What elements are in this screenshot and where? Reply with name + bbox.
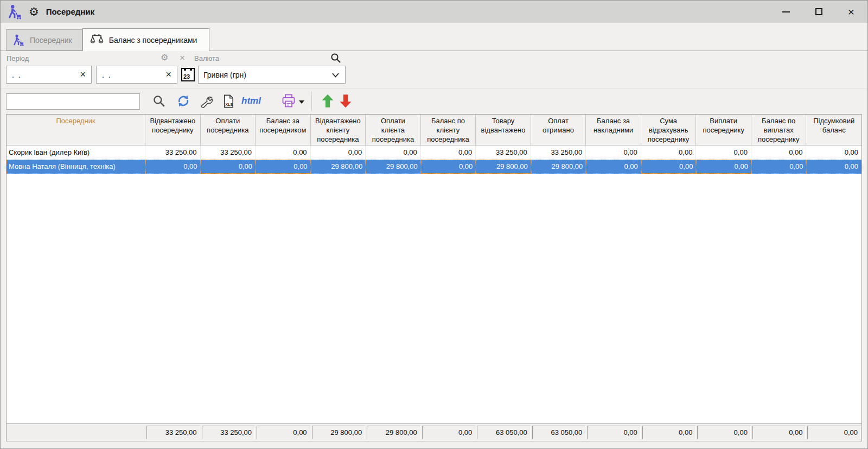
minimize-icon bbox=[782, 11, 790, 12]
tab-balance-with-intermediaries[interactable]: Баланс з посередниками bbox=[82, 28, 210, 51]
column-header[interactable]: Оплати посередника bbox=[201, 115, 256, 145]
tab-strip: Посередник Баланс з посередниками bbox=[1, 23, 867, 51]
table-totals-row: 33 250,00 33 250,00 0,00 29 800,00 29 80… bbox=[7, 423, 861, 441]
clear-date-icon[interactable]: × bbox=[74, 69, 91, 80]
search-icon bbox=[152, 94, 166, 108]
intermediary-person-icon bbox=[12, 34, 25, 47]
search-icon[interactable] bbox=[330, 52, 342, 64]
quick-search-input[interactable] bbox=[6, 93, 140, 110]
print-button[interactable] bbox=[278, 91, 307, 111]
cell[interactable]: 0,00 bbox=[421, 160, 476, 174]
arrow-down-icon bbox=[339, 93, 353, 109]
filter-bar: Період ⚙ × Валюта . . × . . × 23 Гривня … bbox=[1, 51, 867, 88]
total-cell: 33 250,00 bbox=[146, 426, 200, 439]
total-cell: 0,00 bbox=[752, 426, 806, 439]
total-cell: 63 050,00 bbox=[477, 426, 531, 439]
move-down-button[interactable] bbox=[335, 91, 356, 111]
column-header[interactable]: Виплати посереднику bbox=[696, 115, 751, 145]
chevron-down-icon bbox=[331, 72, 340, 78]
tab-intermediary[interactable]: Посередник bbox=[6, 29, 82, 50]
cell[interactable]: 0,00 bbox=[751, 160, 807, 174]
period-clear-icon[interactable]: × bbox=[180, 53, 185, 62]
cell[interactable]: 29 800,00 bbox=[311, 160, 366, 174]
cell[interactable]: 0,00 bbox=[696, 146, 751, 160]
cell[interactable]: 0,00 bbox=[145, 160, 201, 174]
cell[interactable]: 29 800,00 bbox=[531, 160, 586, 174]
cell[interactable]: 0,00 bbox=[366, 146, 421, 160]
cell[interactable]: 0,00 bbox=[421, 146, 476, 160]
cell[interactable]: 0,00 bbox=[696, 160, 751, 174]
column-header[interactable]: Баланс за накладними bbox=[586, 115, 641, 145]
row-name-cell[interactable]: Мовна Наталя (Вінниця, техніка) bbox=[7, 160, 145, 174]
column-header[interactable]: Баланс по виплатах посереднику bbox=[751, 115, 807, 145]
period-label: Період bbox=[7, 54, 29, 62]
settings-button[interactable] bbox=[195, 91, 216, 111]
row-name-cell[interactable]: Скорик Іван (дилер Київ) bbox=[7, 146, 145, 160]
cell[interactable]: 33 250,00 bbox=[531, 146, 586, 160]
cell[interactable]: 0,00 bbox=[806, 160, 861, 174]
window-bottom-strip bbox=[1, 441, 867, 449]
clear-date-icon[interactable]: × bbox=[160, 69, 177, 80]
column-header[interactable]: Товару відвантажено bbox=[476, 115, 531, 145]
column-header-intermediary[interactable]: Посередник bbox=[7, 115, 145, 145]
table-row[interactable]: Скорик Іван (дилер Київ) 33 250,00 33 25… bbox=[7, 146, 861, 160]
title-bar: ⚙ Посередник × bbox=[1, 1, 867, 23]
column-header[interactable]: Сума відрахувань посереднику bbox=[641, 115, 697, 145]
cell[interactable]: 0,00 bbox=[201, 160, 256, 174]
total-cell: 0,00 bbox=[642, 426, 696, 439]
scales-icon bbox=[90, 33, 104, 47]
cell[interactable]: 0,00 bbox=[311, 146, 366, 160]
calendar-day: 23 bbox=[183, 73, 190, 80]
total-cell: 0,00 bbox=[697, 426, 751, 439]
currency-select[interactable]: Гривня (грн) bbox=[198, 66, 346, 84]
column-header[interactable]: Відвантажено клієнту посередника bbox=[311, 115, 366, 145]
table-row-selected[interactable]: Мовна Наталя (Вінниця, техніка) 0,00 0,0… bbox=[7, 160, 861, 174]
column-header[interactable]: Баланс по клієнту посередника bbox=[421, 115, 476, 145]
xls-file-icon: XLS bbox=[221, 94, 235, 109]
maximize-button[interactable] bbox=[802, 1, 835, 23]
total-cell: 29 800,00 bbox=[312, 426, 366, 439]
intermediary-person-icon bbox=[7, 4, 23, 20]
cell[interactable]: 33 250,00 bbox=[145, 146, 201, 160]
tab-label: Посередник bbox=[30, 36, 72, 45]
totals-spacer bbox=[7, 424, 145, 441]
find-button[interactable] bbox=[149, 91, 169, 111]
total-cell: 0,00 bbox=[587, 426, 641, 439]
column-header[interactable]: Відвантажено посереднику bbox=[145, 115, 201, 145]
calendar-icon[interactable]: 23 bbox=[181, 68, 195, 81]
cell[interactable]: 33 250,00 bbox=[476, 146, 531, 160]
total-cell: 0,00 bbox=[422, 426, 476, 439]
date-from-value: . . bbox=[7, 71, 74, 79]
app-window: ⚙ Посередник × Посередник bbox=[0, 0, 868, 449]
window-title: Посередник bbox=[46, 7, 94, 16]
total-cell: 29 800,00 bbox=[367, 426, 420, 439]
refresh-button[interactable] bbox=[173, 91, 194, 111]
period-settings-gear-icon[interactable]: ⚙ bbox=[161, 53, 168, 62]
export-xls-button[interactable]: XLS bbox=[218, 91, 238, 111]
html-icon: html bbox=[241, 96, 261, 106]
export-html-button[interactable]: html bbox=[241, 91, 261, 111]
cell[interactable]: 0,00 bbox=[751, 146, 807, 160]
column-header[interactable]: Баланс за посередником bbox=[256, 115, 311, 145]
cell[interactable]: 0,00 bbox=[806, 146, 861, 160]
column-header[interactable]: Підсумковий баланс bbox=[806, 115, 861, 145]
cell[interactable]: 29 800,00 bbox=[366, 160, 421, 174]
cell[interactable]: 0,00 bbox=[586, 146, 641, 160]
close-button[interactable]: × bbox=[835, 1, 867, 23]
date-to-field[interactable]: . . × bbox=[96, 66, 177, 84]
date-from-field[interactable]: . . × bbox=[6, 66, 92, 84]
cell[interactable]: 33 250,00 bbox=[201, 146, 256, 160]
cell[interactable]: 29 800,00 bbox=[476, 160, 531, 174]
cell[interactable]: 0,00 bbox=[586, 160, 641, 174]
gear-icon: ⚙ bbox=[29, 6, 39, 17]
maximize-icon bbox=[815, 8, 822, 15]
cell[interactable]: 0,00 bbox=[256, 160, 311, 174]
cell[interactable]: 0,00 bbox=[256, 146, 311, 160]
minimize-button[interactable] bbox=[770, 1, 802, 23]
toolbar-separator bbox=[311, 92, 312, 111]
column-header[interactable]: Оплат отримано bbox=[531, 115, 586, 145]
cell[interactable]: 0,00 bbox=[641, 160, 697, 174]
total-cell: 0,00 bbox=[257, 426, 310, 439]
column-header[interactable]: Оплати клієнта посередника bbox=[366, 115, 421, 145]
cell[interactable]: 0,00 bbox=[641, 146, 697, 160]
